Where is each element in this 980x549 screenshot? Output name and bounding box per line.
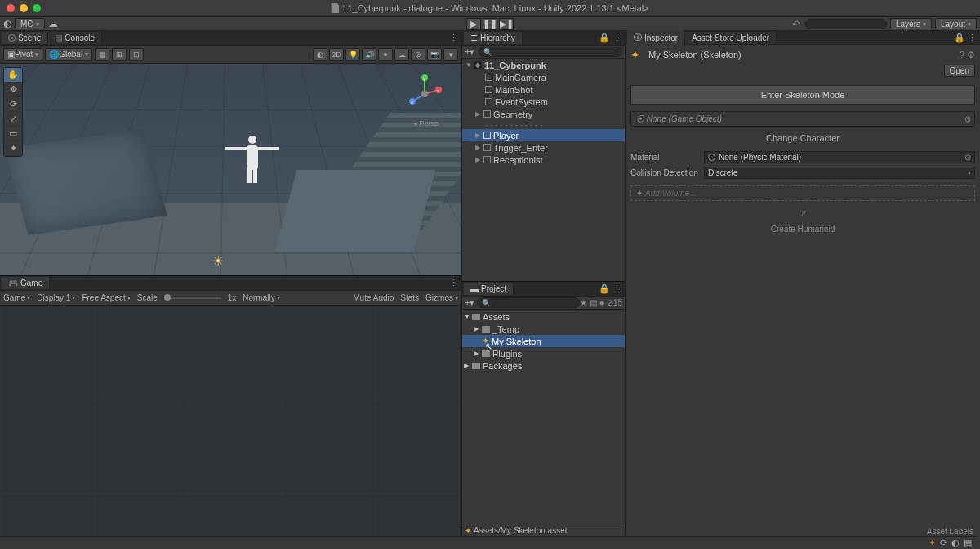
lighting-icon[interactable]: 💡 — [345, 48, 360, 61]
snap-inc-icon[interactable]: ⊡ — [129, 48, 144, 61]
preset-icon[interactable]: ⚙ — [967, 50, 975, 60]
hidden-icon[interactable]: ⊘ — [411, 48, 425, 61]
change-character-link[interactable]: Change Character — [630, 132, 975, 145]
collision-dropdown[interactable]: Discrete — [704, 167, 975, 179]
filter-type-icon[interactable]: ▤ — [590, 298, 597, 307]
project-search-input[interactable] — [477, 297, 579, 308]
hidden-count-icon[interactable]: ⊘15 — [607, 298, 622, 307]
create-asset-button[interactable]: +▾ — [465, 297, 474, 308]
packages-folder[interactable]: ▶Packages — [462, 359, 625, 372]
mc-dropdown[interactable]: MC — [15, 18, 45, 29]
cloud-icon[interactable]: ☁ — [48, 18, 58, 29]
tab-scene[interactable]: Scene — [2, 32, 48, 44]
gizmos-dropdown[interactable]: ▾ — [443, 48, 458, 61]
hierarchy-item-selected[interactable]: ▶Player — [462, 129, 625, 141]
panel-options-icon[interactable]: ⋮ — [449, 33, 458, 43]
game-mode-dropdown[interactable]: Game — [3, 293, 30, 302]
audio-icon[interactable]: 🔊 — [362, 48, 376, 61]
activity-icon[interactable]: ◐ — [951, 538, 960, 548]
undo-history-icon[interactable]: ↶ — [792, 19, 800, 29]
scale-tool-icon[interactable]: ⤢ — [4, 112, 22, 127]
tab-project[interactable]: ▬ Project — [464, 283, 514, 295]
filter-fav-icon[interactable]: ★ — [580, 298, 587, 307]
hierarchy-item[interactable]: MainShot — [462, 83, 625, 96]
hierarchy-item[interactable]: MainCamera — [462, 71, 625, 83]
hierarchy-item[interactable]: EventSystem — [462, 96, 625, 108]
2d-toggle[interactable]: 2D — [329, 48, 344, 61]
filter-label-icon[interactable]: ● — [599, 298, 604, 307]
object-picker-icon[interactable] — [708, 154, 715, 161]
section-gear-icon[interactable]: ⊙ — [964, 114, 971, 123]
pause-button[interactable]: ❚❚ — [483, 18, 497, 30]
create-humanoid-link[interactable]: Create Humanoid — [630, 225, 975, 234]
fx-icon[interactable]: ✦ — [378, 48, 393, 61]
folder-icon — [482, 326, 490, 333]
auto-refresh-icon[interactable]: ⟳ — [940, 538, 947, 548]
scale-slider[interactable] — [164, 297, 221, 299]
project-tree[interactable]: ▼Assets ▶_Temp ✦My Skeleton ↖ ▶Plugins ▶… — [462, 310, 625, 524]
light-gizmo-icon[interactable]: ☀ — [212, 253, 224, 269]
error-icon[interactable]: ✦ — [929, 538, 936, 548]
tab-hierarchy[interactable]: ☲ Hierarchy — [464, 32, 523, 44]
orientation-gizmo[interactable]: x y z — [404, 74, 445, 114]
play-button[interactable]: ▶ — [466, 18, 481, 30]
hierarchy-tree[interactable]: ▼◆11_Cyberpunk MainCamera MainShot Event… — [462, 59, 625, 281]
maximize-window-icon[interactable] — [33, 4, 41, 12]
gameobject-icon — [483, 144, 491, 151]
enter-skeleton-mode-button[interactable]: Enter Skeleton Mode — [630, 85, 975, 105]
mute-audio-toggle[interactable]: Mute Audio — [353, 293, 394, 302]
game-view[interactable] — [0, 306, 461, 549]
gizmos-toggle[interactable]: Gizmos — [425, 293, 458, 302]
layers-dropdown[interactable]: Layers — [890, 18, 932, 29]
aspect-dropdown[interactable]: Free Aspect — [82, 293, 130, 302]
global-dropdown[interactable]: 🌐 Global — [45, 48, 92, 61]
step-button[interactable]: ▶❚ — [499, 18, 514, 30]
inspector-lock-icon[interactable]: 🔒 — [954, 33, 965, 43]
hierarchy-search-input[interactable] — [479, 47, 622, 57]
camera-icon[interactable]: 📷 — [427, 48, 442, 61]
scene-root[interactable]: ▼◆11_Cyberpunk — [462, 59, 625, 71]
transform-tool-icon[interactable]: ✦ — [4, 141, 22, 156]
rotate-tool-icon[interactable]: ⟳ — [4, 97, 22, 112]
assets-folder[interactable]: ▼Assets — [462, 310, 625, 323]
stats-toggle[interactable]: Stats — [400, 293, 419, 302]
global-search-input[interactable] — [805, 19, 887, 29]
help-icon[interactable]: ? — [960, 50, 964, 60]
account-icon[interactable]: ◐ — [3, 18, 11, 29]
hierarchy-options-icon[interactable]: ⋮ — [612, 33, 621, 43]
hierarchy-item[interactable]: ▶Receptionist — [462, 154, 625, 166]
add-volume-button[interactable]: ✦Add Volume... — [630, 185, 975, 201]
display-dropdown[interactable]: Display 1 — [37, 293, 75, 302]
tab-game[interactable]: 🎮 Game — [2, 277, 50, 289]
project-options-icon[interactable]: ⋮ — [612, 283, 621, 294]
hierarchy-item[interactable]: ▶Trigger_Enter — [462, 141, 625, 154]
add-object-button[interactable]: +▾ — [465, 47, 474, 57]
persp-label[interactable]: Persp — [413, 119, 439, 127]
hierarchy-lock-icon[interactable]: 🔒 — [599, 33, 610, 43]
game-options-icon[interactable]: ⋮ — [449, 278, 458, 288]
tab-console[interactable]: ▤ Console — [48, 32, 102, 44]
hand-tool-icon[interactable]: ✋ — [4, 68, 22, 83]
grid-axis-icon[interactable]: ▦ — [95, 48, 109, 61]
project-item-selected[interactable]: ✦My Skeleton ↖ — [462, 335, 625, 347]
grid-snap-icon[interactable]: ⊞ — [112, 48, 127, 61]
scene-viewport[interactable]: ☀ ✋ ✥ ⟳ ⤢ ▭ ✦ x y z Persp — [0, 64, 461, 275]
sky-icon[interactable]: ☁ — [394, 48, 409, 61]
minimize-window-icon[interactable] — [20, 4, 28, 12]
vsync-dropdown[interactable]: Normally — [243, 293, 279, 302]
layout-dropdown[interactable]: Layout — [935, 18, 977, 29]
cache-icon[interactable]: ▤ — [964, 538, 972, 548]
move-tool-icon[interactable]: ✥ — [4, 83, 22, 97]
inspector-options-icon[interactable]: ⋮ — [968, 33, 977, 43]
open-button[interactable]: Open — [944, 65, 975, 77]
project-item[interactable]: ▶_Temp — [462, 323, 625, 335]
tab-inspector[interactable]: ⓘ Inspector — [627, 30, 685, 45]
material-field[interactable]: None (Physic Material)⊙ — [704, 151, 975, 163]
pivot-dropdown[interactable]: ▣ Pivot — [3, 48, 42, 61]
rect-tool-icon[interactable]: ▭ — [4, 127, 22, 141]
hierarchy-item[interactable]: ▶Geometry — [462, 108, 625, 120]
close-window-icon[interactable] — [7, 4, 15, 12]
tab-asset-store-uploader[interactable]: Asset Store Uploader — [685, 32, 777, 44]
draw-mode-icon[interactable]: ◐ — [313, 48, 327, 61]
project-lock-icon[interactable]: 🔒 — [599, 283, 610, 294]
